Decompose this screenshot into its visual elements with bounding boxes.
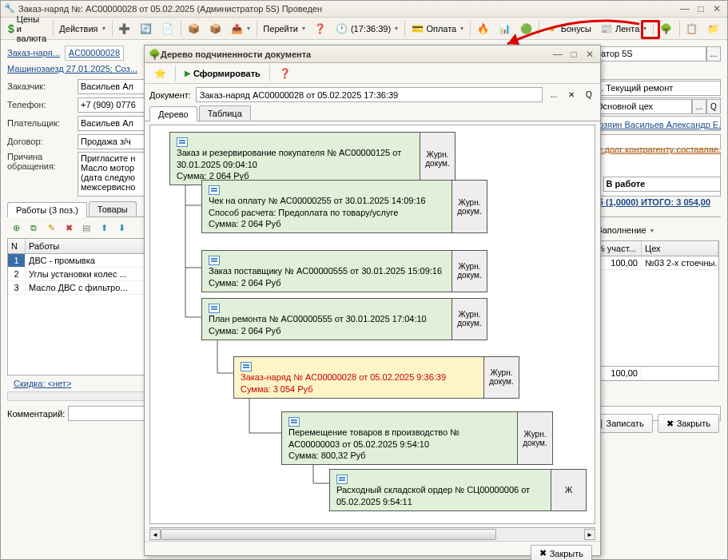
dialog-close[interactable]: ✕ (583, 48, 597, 60)
owner-link[interactable]: Хозяин Васильев Александр Е... (593, 120, 721, 129)
scroll-right-arrow[interactable]: ► (584, 529, 595, 540)
journal-button[interactable]: Журн.докум. (420, 133, 455, 185)
payment-button[interactable]: 💳Оплата (407, 20, 467, 38)
tb-icon-5[interactable]: 📦 (205, 20, 225, 38)
dialog-close-button[interactable]: ✖Закрыть (531, 545, 592, 560)
tree-area[interactable]: Заказ и резервирование покупателя № AC00… (149, 125, 595, 524)
tree-node[interactable]: Заказ и резервирование покупателя № AC00… (169, 132, 455, 185)
tree-node[interactable]: Заказ поставщику № AC00000555 от 30.01.2… (201, 250, 487, 292)
actions-button[interactable]: Действия (55, 20, 109, 38)
tb-icon-3[interactable]: 📄 (157, 20, 178, 38)
tb-icon-c[interactable]: 🟢 (515, 20, 536, 38)
tb-icon-4[interactable]: 📦 (183, 20, 204, 38)
dept-q[interactable]: Q (706, 99, 721, 114)
comment-label: Комментарий: (7, 409, 65, 419)
app-icon: 🔧 (4, 3, 15, 14)
time-button[interactable]: 🕐(17:36:39) (332, 20, 402, 38)
breadcrumb-right[interactable]: ратор 5S (593, 46, 706, 62)
footer-pct: 100,00 (594, 367, 642, 379)
tree-button[interactable]: 🌳 (656, 20, 677, 38)
bonus-button[interactable]: ●Бонусы (542, 20, 595, 38)
tb-icon-e[interactable]: 📁 (703, 20, 724, 38)
journal-button[interactable]: Журн.докум. (452, 299, 487, 340)
repair-type-input[interactable]: 1. Текущий ремонт (593, 81, 721, 96)
discount-link[interactable]: Скидка: <нет> (7, 377, 78, 390)
table-row[interactable]: 2Углы установки колес ... (8, 268, 146, 281)
dialog-maximize[interactable]: □ (567, 48, 581, 60)
go-button[interactable]: Перейти (259, 20, 309, 38)
tree-node[interactable]: Чек на оплату № AC00000255 от 30.01.2025… (201, 180, 487, 233)
journal-button[interactable]: Ж (551, 470, 586, 510)
tree-hscroll[interactable]: ◄ ► (149, 527, 595, 541)
minimize-button[interactable]: — (678, 3, 692, 15)
tb-icon-a[interactable]: 🔥 (472, 20, 493, 38)
main-close-button[interactable]: ✖Закрыть (658, 414, 719, 433)
tb-icon-b[interactable]: 📊 (494, 20, 515, 38)
fill-button[interactable]: Заполнение (593, 221, 658, 239)
doc-label: Документ: (149, 90, 191, 100)
scroll-left-arrow[interactable]: ◄ (149, 529, 161, 540)
tree-node[interactable]: Заказ-наряд № AC00000028 от 05.02.2025 9… (233, 356, 519, 399)
tree-node[interactable]: Расходный складской ордер № СЦ00000006 о… (329, 469, 587, 511)
document-icon (288, 417, 300, 427)
pos-icon: 🟢 (519, 22, 532, 35)
filter-button[interactable]: ▤ (79, 220, 93, 235)
tab-tree[interactable]: Дерево (149, 106, 197, 121)
dept-dots[interactable]: ... (692, 99, 706, 114)
feed-button[interactable]: 📰Лента (596, 20, 650, 38)
contract-label: Договор: (7, 137, 78, 146)
tb-icon-d[interactable]: 📋 (682, 20, 702, 38)
table-row[interactable]: 3Масло ДВС с фильтро... (8, 281, 146, 295)
delete-row-button[interactable]: ✖ (62, 220, 76, 235)
copy-row-button[interactable]: ⧉ (26, 220, 41, 235)
dialog-help-button[interactable]: ❓ (275, 65, 296, 82)
journal-button[interactable]: Журн.докум. (452, 181, 487, 232)
tree-dialog: 🌳 Дерево подчиненности документа — □ ✕ ⭐… (144, 45, 601, 556)
dialog-title: Дерево подчиненности документа (161, 50, 551, 59)
doc-dots[interactable]: ... (547, 87, 560, 102)
star-button[interactable]: ⭐ (149, 65, 170, 82)
sort-up-button[interactable]: ⬆ (97, 220, 111, 235)
journal-button[interactable]: Журн.докум. (483, 357, 519, 398)
breadcrumb-code-box[interactable]: AC00000028 (65, 46, 124, 61)
tree-dialog-icon: 🌳 (148, 48, 161, 61)
document-icon (241, 362, 252, 371)
doc-clear[interactable]: ✕ (565, 87, 578, 102)
scroll-thumb[interactable] (161, 529, 496, 540)
add-row-button[interactable]: ⊕ (9, 220, 23, 235)
doc-q[interactable]: Q (583, 87, 595, 102)
tb-icon-2[interactable]: 🔄 (136, 20, 157, 38)
dept-input[interactable]: Основной цех (593, 99, 692, 114)
tab-works[interactable]: Работы (3 поз.) (7, 202, 87, 217)
tree-node[interactable]: План ремонта № AC00000555 от 30.01.2025 … (201, 298, 487, 340)
generate-button[interactable]: ▶Сформировать (181, 65, 265, 82)
dollar-icon: $ (8, 22, 14, 35)
dots-button[interactable]: ... (706, 46, 721, 62)
edit-row-button[interactable]: ✎ (44, 220, 58, 235)
help-button[interactable]: ❓ (310, 20, 331, 38)
sort-down-button[interactable]: ⬇ (114, 220, 129, 235)
right-table: % участ... Цех 100,00 №03 2-х стоечны...… (593, 240, 719, 381)
tree-node[interactable]: Перемещение товаров в производство № AC0… (281, 411, 553, 465)
feed-icon: 📰 (600, 22, 613, 35)
table-row[interactable]: 1ДВС - промывка (8, 254, 146, 268)
price-currency-button[interactable]: $Цены и валюта (4, 20, 50, 38)
close-button[interactable]: ✕ (710, 3, 724, 15)
right-table-row[interactable]: 100,00 №03 2-х стоечны... (594, 256, 718, 270)
doc-input[interactable]: Заказ-наряд AC00000028 от 05.02.2025 17:… (196, 87, 543, 102)
document-icon (209, 185, 220, 195)
hscroll-left[interactable] (7, 391, 147, 401)
tab-table[interactable]: Таблица (199, 105, 251, 121)
journal-button[interactable]: Журн.докум. (452, 251, 487, 292)
status-input[interactable]: В работе (603, 177, 721, 192)
journal-button[interactable]: Журн.докум. (517, 412, 552, 464)
tb-icon-6[interactable]: 📤 (226, 20, 254, 38)
maximize-button[interactable]: □ (694, 3, 708, 15)
tab-goods[interactable]: Товары (89, 201, 137, 216)
tb-icon-1[interactable]: ➕ (114, 20, 135, 38)
total-link[interactable]: уб (1,0000) ИТОГО: 3 054,00 (593, 197, 710, 207)
dialog-minimize[interactable]: — (551, 48, 565, 60)
breadcrumb-root[interactable]: Заказ-наря... (7, 48, 60, 58)
debt-link[interactable]: ру долг контрагенту составляе... (593, 145, 721, 154)
folder-icon: 📁 (707, 22, 720, 35)
